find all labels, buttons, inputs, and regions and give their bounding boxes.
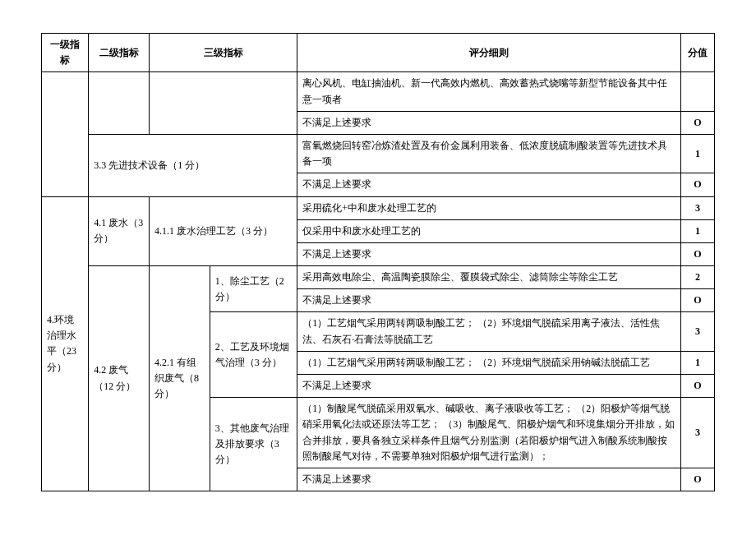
- cell-rule: 仅采用中和废水处理工艺的: [297, 219, 681, 242]
- cell-rule: 离心风机、电缸抽油机、新一代高效内燃机、高效蓄热式烧嘴等新型节能设备其中任意一项…: [297, 72, 681, 111]
- header-l1: 一级指标: [42, 34, 89, 72]
- cell-l1-section4: 4.环境治理水平（23分）: [42, 196, 89, 491]
- cell-rule: 不满足上述要求: [297, 242, 681, 265]
- cell-rule: 不满足上述要求: [297, 289, 681, 312]
- scoring-table: 一级指标 二级指标 三级指标 评分细则 分值 离心风机、电缸抽油机、新一代高效内…: [41, 33, 715, 491]
- cell-g1-label: 1、除尘工艺（2 分）: [210, 266, 297, 312]
- cell-score: 3: [681, 398, 715, 468]
- cell-rule: 富氧燃烧回转窑冶炼渣处置及有价金属利用装备、低浓度脱硫制酸装置等先进技术具备一项: [297, 134, 681, 173]
- header-score: 分值: [681, 34, 715, 72]
- cell-score: 1: [681, 134, 715, 173]
- cell-score: O: [681, 173, 715, 196]
- cell-rule: 不满足上述要求: [297, 111, 681, 134]
- cell-rule: 不满足上述要求: [297, 468, 681, 491]
- cell-score: 3: [681, 312, 715, 351]
- cell-item42: 4.2 废气（12 分）: [89, 266, 150, 491]
- cell-rule: 不满足上述要求: [297, 375, 681, 398]
- cell-l2-empty: [89, 72, 150, 135]
- cell-sub421: 4.2.1 有组织废气（8 分）: [150, 266, 210, 491]
- cell-l3-empty: [150, 72, 297, 135]
- cell-score: O: [681, 375, 715, 398]
- cell-score: 3: [681, 196, 715, 219]
- header-row: 一级指标 二级指标 三级指标 评分细则 分值: [42, 34, 715, 72]
- cell-item41: 4.1 废水（3分）: [89, 196, 150, 266]
- cell-score: O: [681, 468, 715, 491]
- cell-rule: 采用高效电除尘、高温陶瓷膜除尘、覆膜袋式除尘、滤筒除尘等除尘工艺: [297, 266, 681, 289]
- cell-rule: （1）工艺烟气采用两转两吸制酸工艺； （2）环境烟气脱硫采用钠碱法脱硫工艺: [297, 351, 681, 374]
- header-l2: 二级指标: [89, 34, 150, 72]
- cell-g3-label: 3、其他废气治理及排放要求（3 分）: [210, 398, 297, 491]
- cell-score: [681, 72, 715, 111]
- cell-g2-label: 2、工艺及环境烟气治理（3 分）: [210, 312, 297, 398]
- cell-score: 1: [681, 351, 715, 374]
- table-row: 离心风机、电缸抽油机、新一代高效内燃机、高效蓄热式烧嘴等新型节能设备其中任意一项…: [42, 72, 715, 111]
- header-l3: 三级指标: [150, 34, 297, 72]
- cell-score: 2: [681, 266, 715, 289]
- table-row: 4.环境治理水平（23分） 4.1 废水（3分） 4.1.1 废水治理工艺（3 …: [42, 196, 715, 219]
- cell-item33: 3.3 先进技术设备（1 分）: [89, 134, 297, 196]
- cell-score: O: [681, 289, 715, 312]
- cell-score: O: [681, 242, 715, 265]
- cell-rule: 采用硫化+中和废水处理工艺的: [297, 196, 681, 219]
- cell-l1-empty: [42, 72, 89, 196]
- cell-rule: （1）工艺烟气采用两转两吸制酸工艺； （2）环境烟气脱硫采用离子液法、活性焦法、…: [297, 312, 681, 351]
- cell-rule: 不满足上述要求: [297, 173, 681, 196]
- table-row: 4.2 废气（12 分） 4.2.1 有组织废气（8 分） 1、除尘工艺（2 分…: [42, 266, 715, 289]
- table-row: 3.3 先进技术设备（1 分） 富氧燃烧回转窑冶炼渣处置及有价金属利用装备、低浓…: [42, 134, 715, 173]
- cell-score: O: [681, 111, 715, 134]
- cell-rule: （1）制酸尾气脱硫采用双氧水、碱吸收、离子液吸收等工艺； （2）阳极炉等烟气脱硝…: [297, 398, 681, 468]
- cell-sub411: 4.1.1 废水治理工艺（3 分）: [150, 196, 297, 266]
- header-rule: 评分细则: [297, 34, 681, 72]
- cell-score: 1: [681, 219, 715, 242]
